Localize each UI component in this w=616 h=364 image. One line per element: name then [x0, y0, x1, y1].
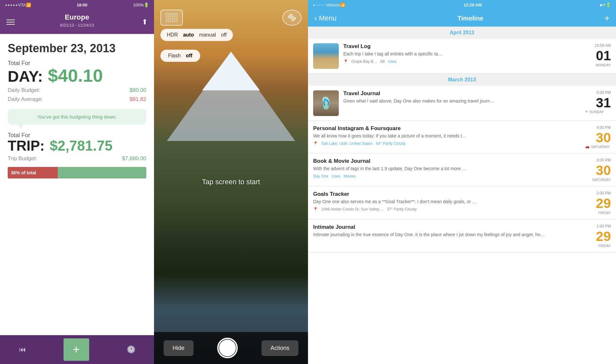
p3-day-name: SUNDAY — [589, 110, 604, 114]
p1-message-bubble: You've got this budgeting thing down. — [8, 109, 146, 125]
p1-average-row: Daily Average: $81.82 — [8, 96, 146, 103]
p1-trip-dates: 8/21/13 - 11/24/13 — [6, 23, 148, 28]
p3-entry-text: With the advent of tags in the last 1.9 … — [313, 166, 581, 172]
p3-entry-text: Each trip I take I tag all entries with … — [343, 51, 581, 57]
p3-time: 5:00 PM — [585, 90, 611, 95]
p1-add-button[interactable]: + — [64, 338, 89, 361]
p3-location-icon: 📍 — [313, 141, 318, 146]
p1-body: September 23, 2013 Total For DAY: $40.10… — [0, 34, 154, 335]
p1-day-value: $40.10 — [48, 67, 103, 85]
p2-hdr-pill[interactable]: HDR auto manual off — [160, 29, 233, 41]
p1-average-value: $81.82 — [130, 96, 146, 103]
p3-tag-movies[interactable]: Movies — [344, 174, 356, 178]
budget-panel: ●●●●● VTA 📶 18:00 100% 🔋 Europe 8/21/13 … — [0, 0, 154, 364]
p1-footer-back-icon[interactable]: ⏮ — [19, 345, 26, 354]
p3-entry-right: 5:00 PM 31 ✈ SUNDAY — [585, 90, 611, 114]
p3-nav-title: Timeline — [458, 15, 483, 22]
p2-hide-button[interactable]: Hide — [164, 340, 193, 356]
p3-entry-title: Personal Instagram & Foursquare — [313, 125, 581, 132]
p1-trip-title: Europe — [6, 13, 148, 21]
p2-actions-button[interactable]: Actions — [261, 340, 298, 356]
p3-carrier: Verizon — [326, 3, 340, 7]
p2-flash-control[interactable]: Flash off — [160, 50, 200, 62]
p1-battery: 100% — [133, 3, 144, 7]
p3-entry-right: 3:00 PM 30 SATURDAY — [585, 158, 611, 182]
p1-trip-label2: TRIP: — [8, 139, 45, 153]
p2-shutter-button[interactable] — [217, 338, 238, 358]
p3-entry-meta: 📍 Grape Bay B… 68 Uses — [343, 59, 581, 64]
p2-hdr-manual[interactable]: manual — [199, 32, 216, 38]
p3-day-name-row: 🚗 SATURDAY — [585, 145, 611, 149]
p1-signal-dots: ●●●●● — [5, 3, 18, 7]
p1-footer-clock-icon[interactable]: 🕐 — [127, 345, 135, 354]
p3-location: 1048 Atelier Condo Dr, Sun Valley,… — [321, 207, 384, 211]
p3-weather: 64° Partly Cloudy — [376, 141, 406, 146]
p1-wifi-icon: 📶 — [26, 3, 31, 7]
p3-day-num: 31 — [585, 96, 611, 110]
p1-progress-label: 36% of total — [11, 170, 36, 175]
p1-trip-budget-label: Trip Budget: — [8, 155, 37, 162]
p3-add-button[interactable]: + — [604, 13, 610, 23]
p3-entry-list: April 2013 Travel Log Each trip I take I… — [308, 27, 616, 364]
p3-wifi-icon: 📶 — [340, 3, 345, 7]
p3-tag-dayone[interactable]: Day One — [313, 174, 328, 178]
p3-car-icon: 🚗 — [585, 145, 590, 149]
p3-entry-text: We all know how it goes today: if you ta… — [313, 133, 581, 139]
p3-day-name: SATURDAY — [591, 145, 610, 149]
p3-status-bar: ●○○○○ Verizon 📶 12:29 AM ▶ ✦ 🔋 — [308, 0, 616, 10]
p3-entry-right: 4:00 PM 30 🚗 SATURDAY — [585, 125, 611, 149]
p3-entry-text: Intimate journaling is the true essence … — [313, 232, 581, 238]
svg-point-3 — [291, 17, 293, 18]
p3-tag-uses[interactable]: Uses — [388, 59, 397, 64]
p1-progress-bar-fill: 36% of total — [8, 167, 58, 178]
p1-time: 18:00 — [77, 3, 87, 7]
p3-nav-bar: ‹ Menu Timeline + — [308, 10, 616, 27]
p1-day-label2: DAY: — [8, 69, 43, 84]
p2-flash-value[interactable]: off — [186, 53, 192, 59]
p3-day-name: SATURDAY — [585, 178, 611, 182]
p3-entry-right: 10:56 AM 01 MONDAY — [585, 43, 611, 67]
p3-battery-icon: 🔋 — [606, 3, 611, 7]
p2-tap-text: Tap screen to start — [202, 178, 260, 186]
p3-count: 68 — [381, 59, 385, 64]
p1-trip-budget-value: $7,680.00 — [122, 155, 146, 162]
p2-flash-pill[interactable]: Flash off — [160, 50, 200, 62]
p1-footer: ⏮ + 🕐 — [0, 335, 154, 364]
p1-carrier: VTA — [18, 3, 26, 7]
p3-bt-icon: ✦ — [603, 3, 606, 7]
p3-location-icon: 📍 — [343, 59, 348, 64]
svg-marker-0 — [287, 16, 290, 18]
p3-entry-title: Travel Journal — [343, 90, 581, 97]
table-row[interactable]: Intimate Journal Intimate journaling is … — [308, 219, 616, 252]
p1-share-icon[interactable]: ⬆ — [142, 18, 148, 26]
p3-location-icon: 📍 — [313, 207, 318, 211]
p3-day-num: 01 — [585, 49, 611, 62]
p1-trip-budget-row: Trip Budget: $7,680.00 — [8, 155, 146, 162]
table-row[interactable]: Book & Movie Journal With the advent of … — [308, 153, 616, 186]
p1-budget-value: $80.00 — [130, 87, 146, 94]
p1-trip-section: Total For TRIP: $2,781.75 Trip Budget: $… — [8, 132, 146, 178]
p3-tag-uses[interactable]: Uses — [331, 174, 340, 178]
p3-entry-title: Travel Log — [343, 43, 581, 50]
table-row[interactable]: Goals Tracker Day One one also serves me… — [308, 186, 616, 219]
table-row[interactable]: Personal Instagram & Foursquare We all k… — [308, 121, 616, 153]
p2-hdr-control[interactable]: HDR auto manual off — [160, 29, 302, 41]
table-row[interactable]: Travel Log Each trip I take I tag all en… — [308, 39, 616, 74]
p2-grid-button[interactable] — [160, 10, 183, 26]
table-row[interactable]: 🩴 Travel Journal Given what I said above… — [308, 86, 616, 121]
p3-entry-meta: Day One Uses Movies — [313, 174, 581, 178]
p3-day-num: 29 — [585, 230, 611, 243]
p3-day-num: 30 — [585, 164, 611, 177]
p3-day-num: 29 — [585, 197, 611, 210]
p2-flip-camera-button[interactable] — [282, 10, 302, 26]
p1-trip-value: $2,781.75 — [50, 139, 113, 153]
p1-battery-icon: 🔋 — [144, 3, 149, 7]
p2-hdr-auto[interactable]: auto — [183, 32, 194, 38]
p3-entry-content: Intimate Journal Intimate journaling is … — [313, 224, 581, 240]
p2-hdr-off[interactable]: off — [221, 32, 227, 38]
p3-entry-text: Day One one also serves me as a **Goal T… — [313, 199, 581, 205]
p1-menu-icon[interactable] — [6, 20, 15, 25]
camera-panel: HDR auto manual off Flash off Tap screen… — [154, 0, 308, 364]
p3-back-button[interactable]: ‹ Menu — [314, 14, 337, 23]
p1-progress-bar-bg: 36% of total — [8, 167, 146, 178]
